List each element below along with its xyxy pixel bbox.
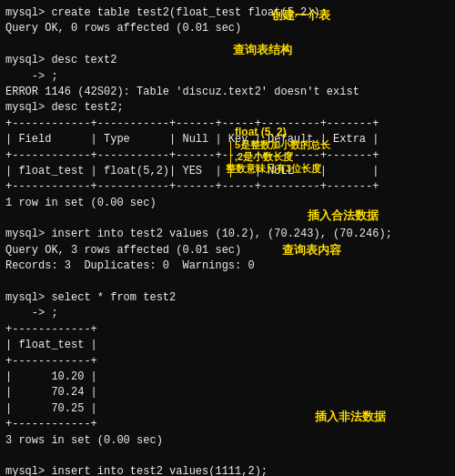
- line-insert2: mysql> insert into test2 values(1111,2);: [5, 464, 450, 476]
- line-select-cont: -> ;: [5, 306, 450, 321]
- line-insert1-ok: Query OK, 3 rows affected (0.01 sec): [5, 243, 450, 258]
- line-5: ERROR 1146 (42S02): Table 'discuz.text2'…: [5, 85, 450, 100]
- line-rowcount1: 1 row in set (0.00 sec): [5, 196, 450, 211]
- line-blank-1: [5, 37, 450, 53]
- line-select: mysql> select * from test2: [5, 290, 450, 306]
- table-row-1: | float_test | float(5,2)| YES | | NULL …: [5, 164, 450, 179]
- line-blank-2: [5, 211, 450, 227]
- table-border-mid: +------------+-----------+------+-----+-…: [5, 148, 450, 164]
- line-3: mysql> desc text2: [5, 53, 450, 68]
- line-insert1: mysql> insert into test2 values (10.2), …: [5, 227, 450, 242]
- select-row-2: | 70.24 |: [5, 385, 450, 400]
- table-border-bot: +------------+-----------+------+-----+-…: [5, 179, 450, 195]
- line-blank-4: [5, 449, 450, 464]
- line-2: Query OK, 0 rows affected (0.01 sec): [5, 21, 450, 36]
- line-rowcount2: 3 rows in set (0.00 sec): [5, 433, 450, 449]
- terminal-window: mysql> create table test2(float_test flo…: [0, 0, 455, 476]
- select-border-mid: +------------+: [5, 354, 450, 370]
- line-blank-3: [5, 275, 450, 290]
- line-1: mysql> create table test2(float_test flo…: [5, 5, 450, 21]
- select-row-1: | 10.20 |: [5, 370, 450, 385]
- line-6: mysql> desc test2;: [5, 100, 450, 116]
- select-header: | float_test |: [5, 338, 450, 353]
- select-border-top: +------------+: [5, 322, 450, 338]
- table-border-top: +------------+-----------+------+-----+-…: [5, 116, 450, 132]
- line-4: -> ;: [5, 69, 450, 85]
- table-header: | Field | Type | Null | Key | Default | …: [5, 132, 450, 147]
- select-border-bot: +------------+: [5, 417, 450, 432]
- select-row-3: | 70.25 |: [5, 401, 450, 417]
- line-insert1-rec: Records: 3 Duplicates: 0 Warnings: 0: [5, 258, 450, 274]
